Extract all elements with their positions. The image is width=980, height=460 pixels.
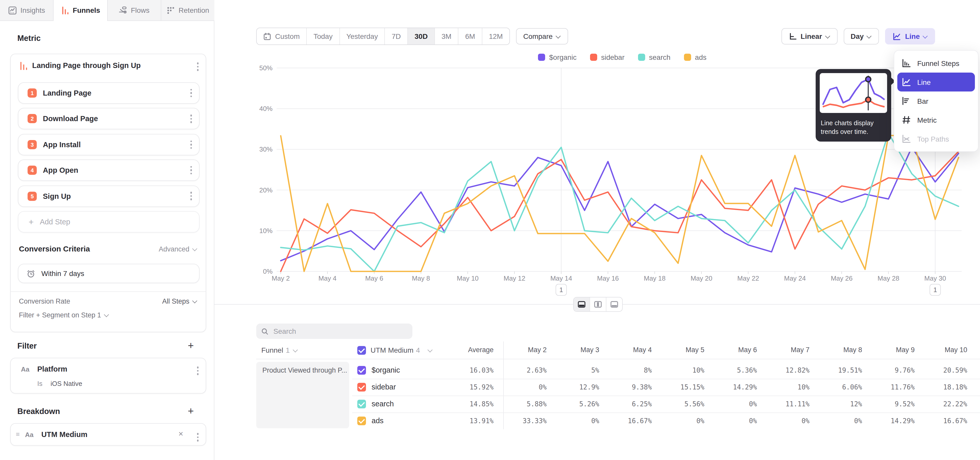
filter-segment-toggle[interactable]: Filter + Segment on Step 1 xyxy=(19,311,109,319)
compare-button[interactable]: Compare xyxy=(516,28,568,45)
value-cell: 18.18% xyxy=(919,379,967,396)
column-header[interactable]: May 5 xyxy=(656,342,704,359)
value-cell: 9.76% xyxy=(866,362,915,379)
step-menu-button[interactable] xyxy=(187,189,195,203)
funnel-step-5[interactable]: 5Sign Up xyxy=(18,185,200,207)
funnel-menu-button[interactable] xyxy=(194,59,202,74)
legend-item-sidebar[interactable]: sidebar xyxy=(590,53,625,61)
column-header[interactable]: May 2 xyxy=(498,342,547,359)
column-header[interactable]: May 7 xyxy=(761,342,810,359)
date-range-6m[interactable]: 6M xyxy=(458,28,482,45)
date-range-30d[interactable]: 30D xyxy=(407,28,434,45)
date-range-today[interactable]: Today xyxy=(306,28,339,45)
tab-retention[interactable]: Retention xyxy=(161,0,215,21)
menu-item-bar[interactable]: Bar xyxy=(894,91,978,110)
svg-text:May 28: May 28 xyxy=(878,275,899,282)
step-label: App Install xyxy=(43,141,187,149)
row-checkbox[interactable] xyxy=(357,366,366,375)
property-type-badge: Aa xyxy=(25,431,33,439)
layout-split-horizontal-button[interactable] xyxy=(574,297,590,311)
funnel-step-4[interactable]: 4App Open xyxy=(18,160,200,181)
svg-text:30%: 30% xyxy=(259,145,272,153)
value-cell: 0% xyxy=(708,396,757,412)
menu-item-metric[interactable]: Metric xyxy=(894,110,978,129)
tooltip-text: Line charts display trends over time. xyxy=(820,115,887,136)
top-paths-icon xyxy=(901,134,911,144)
breakdown-menu-button[interactable] xyxy=(194,430,202,444)
step-label: Landing Page xyxy=(43,89,187,97)
funnel-step-2[interactable]: 2Download Page xyxy=(18,108,200,129)
search-icon xyxy=(261,327,268,335)
step-menu-button[interactable] xyxy=(187,137,195,152)
breakdown-card[interactable]: ≡ Aa UTM Medium × xyxy=(10,423,206,446)
funnel-step-1[interactable]: 1Landing Page xyxy=(18,82,200,104)
advanced-toggle[interactable]: Advanced xyxy=(159,245,197,253)
add-breakdown-button[interactable]: + xyxy=(188,406,194,416)
date-range-3m[interactable]: 3M xyxy=(434,28,458,45)
select-all-checkbox[interactable] xyxy=(357,346,366,355)
layout-split-vertical-button[interactable] xyxy=(590,297,606,311)
series-line-ads xyxy=(281,136,959,272)
conversion-rate-select[interactable]: All Steps xyxy=(162,297,197,305)
remove-breakdown-icon[interactable]: × xyxy=(178,429,183,439)
column-header[interactable]: May 4 xyxy=(603,342,652,359)
date-range-custom[interactable]: Custom xyxy=(257,28,306,45)
legend-item-ads[interactable]: ads xyxy=(684,53,706,61)
row-checkbox[interactable] xyxy=(357,417,366,425)
column-header[interactable]: May 9 xyxy=(866,342,915,359)
layout-bottom-panel-button[interactable] xyxy=(606,297,622,311)
column-header[interactable]: May 10 xyxy=(919,342,967,359)
series-line-organic xyxy=(281,147,959,261)
query-sidebar: Metric Landing Page through Sign Up 1Lan… xyxy=(0,0,215,460)
value-cell: 15.15% xyxy=(656,379,704,396)
granularity-select[interactable]: Day xyxy=(843,28,879,45)
column-header[interactable]: May 3 xyxy=(551,342,599,359)
menu-item-top-paths[interactable]: Top Paths xyxy=(894,129,978,148)
value-cell: 0% xyxy=(708,412,757,429)
metric-icon xyxy=(901,115,911,125)
legend-item-search[interactable]: search xyxy=(638,53,670,61)
date-range-12m[interactable]: 12M xyxy=(482,28,509,45)
date-range-yesterday[interactable]: Yesterday xyxy=(339,28,385,45)
conversion-window-button[interactable]: Within 7 days xyxy=(18,264,200,283)
svg-text:May 4: May 4 xyxy=(318,275,337,282)
add-step-button[interactable]: + Add Step xyxy=(18,211,200,233)
flows-icon xyxy=(119,6,127,14)
column-header[interactable]: May 6 xyxy=(708,342,757,359)
tab-insights[interactable]: Insights xyxy=(0,0,54,21)
menu-item-funnel-steps[interactable]: Funnel Steps xyxy=(894,54,978,73)
filter-card[interactable]: Aa Platform Is iOS Native xyxy=(10,358,206,394)
value-cell: 15.92% xyxy=(445,379,493,396)
legend-swatch xyxy=(538,54,545,61)
value-cell: 5% xyxy=(551,362,599,379)
row-checkbox[interactable] xyxy=(357,400,366,408)
chart-legend: $organicsidebarsearchads xyxy=(512,53,732,61)
legend-item-organic[interactable]: $organic xyxy=(538,53,576,61)
step-number-badge: 2 xyxy=(27,114,37,123)
tab-flows[interactable]: Flows xyxy=(107,0,161,21)
column-header[interactable]: Average xyxy=(445,342,493,359)
menu-item-line[interactable]: Line xyxy=(897,73,975,91)
drag-handle-icon[interactable]: ≡ xyxy=(16,430,20,438)
step-menu-button[interactable] xyxy=(187,112,195,126)
legend-swatch xyxy=(590,54,597,61)
value-cell: 6.25% xyxy=(603,396,652,412)
add-filter-button[interactable]: + xyxy=(188,340,194,351)
funnel-step-3[interactable]: 3App Install xyxy=(18,134,200,155)
scale-select[interactable]: Linear xyxy=(781,28,837,45)
svg-text:0%: 0% xyxy=(263,268,272,275)
tab-funnels[interactable]: Funnels xyxy=(54,0,108,21)
value-cell: 2.63% xyxy=(498,362,547,379)
column-header[interactable]: May 8 xyxy=(814,342,862,359)
step-menu-button[interactable] xyxy=(187,163,195,177)
step-menu-button[interactable] xyxy=(187,86,195,101)
segment-column-header[interactable]: UTM Medium4 xyxy=(357,342,433,359)
value-cell: 11.76% xyxy=(866,379,915,396)
svg-text:May 30: May 30 xyxy=(924,275,946,282)
chart-type-select[interactable]: Line xyxy=(885,28,935,45)
funnel-column-header[interactable]: Funnel1 xyxy=(261,342,298,359)
date-range-7d[interactable]: 7D xyxy=(385,28,407,45)
filter-menu-button[interactable] xyxy=(194,363,202,378)
search-input[interactable] xyxy=(272,327,407,336)
row-checkbox[interactable] xyxy=(357,383,366,391)
